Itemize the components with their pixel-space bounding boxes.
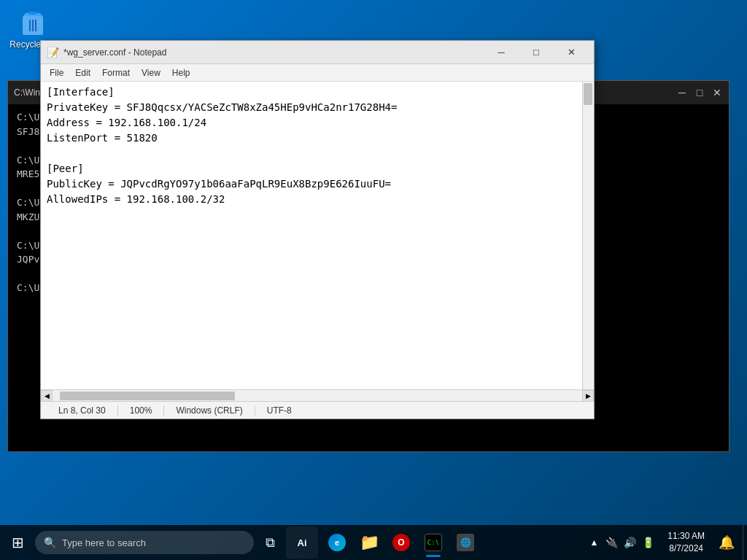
clock-date: 8/7/2024 [669,542,703,555]
ai-badge-label: Ai [298,537,307,548]
notification-icon: 🔔 [719,534,735,551]
notepad-main-area: [Interface] PrivateKey = SFJ8Qqcsx/YACSe… [41,82,594,389]
notepad-titlebar: 📝 *wg_server.conf - Notepad ─ □ ✕ [41,41,594,64]
notepad-hscroll-right-arrow[interactable]: ▶ [582,390,594,402]
taskbar-opera-app[interactable]: O [385,526,417,559]
network-status-icon[interactable]: 🔌 [604,537,619,548]
notepad-statusbar: Ln 8, Col 30 100% Windows (CRLF) UTF-8 [41,401,594,419]
notepad-hscroll-thumb[interactable] [60,392,235,400]
menu-format[interactable]: Format [96,66,136,79]
edge-icon: e [328,534,346,551]
search-placeholder-text: Type here to search [62,537,146,548]
opera-icon: O [392,534,410,551]
systray-expand-button[interactable]: ▲ [587,537,601,548]
battery-icon[interactable]: 🔋 [640,537,656,548]
notepad-window: 📝 *wg_server.conf - Notepad ─ □ ✕ File E… [40,40,595,419]
taskbar: ⊞ 🔍 Type here to search ⧉ Ai e 📁 [0,525,747,560]
notepad-maximize-button[interactable]: □ [519,41,553,64]
statusbar-zoom: 100% [118,405,165,416]
terminal-minimize-button[interactable]: ─ [676,87,688,98]
notification-center-button[interactable]: 🔔 [711,525,743,560]
taskbar-explorer-app[interactable]: 📁 [353,526,385,559]
network-icon: 🌐 [457,534,474,551]
notepad-scroll-thumb[interactable] [584,83,592,105]
notepad-minimize-button[interactable]: ─ [484,41,518,64]
notepad-editor[interactable]: [Interface] PrivateKey = SFJ8Qqcsx/YACSe… [41,82,594,389]
terminal-controls: ─ □ ✕ [676,87,723,98]
taskbar-edge-app[interactable]: e [321,526,353,559]
statusbar-position: Ln 8, Col 30 [47,405,118,416]
taskbar-systray: ▲ 🔌 🔊 🔋 [581,537,662,548]
menu-edit[interactable]: Edit [69,66,96,79]
svg-rect-2 [28,12,37,15]
notepad-close-button[interactable]: ✕ [554,41,588,64]
terminal-maximize-button[interactable]: □ [694,87,705,98]
notepad-text-content: [Interface] PrivateKey = SFJ8Qqcsx/YACSe… [47,85,588,207]
task-view-button[interactable]: ⧉ [254,525,286,560]
taskbar-clock[interactable]: 11:30 AM 8/7/2024 [662,530,711,555]
recycle-bin-image [18,7,47,36]
notepad-title-text: *wg_server.conf - Notepad [63,47,166,58]
statusbar-line-ending: Windows (CRLF) [164,405,255,416]
ai-badge-button[interactable]: Ai [286,526,318,559]
notepad-hscroll-left-arrow[interactable]: ◀ [41,390,53,402]
notepad-menubar: File Edit Format View Help [41,64,594,82]
windows-logo-icon: ⊞ [12,534,24,551]
menu-file[interactable]: File [44,66,69,79]
notepad-controls: ─ □ ✕ [484,41,588,64]
notepad-title-area: 📝 *wg_server.conf - Notepad [47,47,166,58]
taskbar-terminal-app[interactable]: C:\ [417,526,449,559]
clock-time: 11:30 AM [667,530,705,542]
folder-icon: 📁 [360,533,379,552]
statusbar-encoding: UTF-8 [255,405,303,416]
terminal-icon: C:\ [425,534,442,551]
taskbar-search-bar[interactable]: 🔍 Type here to search [35,531,254,554]
notepad-hscroll-track [53,390,582,401]
menu-view[interactable]: View [136,66,166,79]
show-desktop-button[interactable] [743,525,747,560]
task-view-icon: ⧉ [266,535,275,551]
notepad-vertical-scrollbar[interactable] [582,82,594,389]
search-icon: 🔍 [44,537,56,548]
terminal-close-button[interactable]: ✕ [711,87,723,98]
notepad-horizontal-scrollbar[interactable]: ◀ ▶ [41,389,594,401]
desktop: Recycle Bin C:\Windows\System32\cmd.exe … [0,0,747,560]
taskbar-apps-area: e 📁 O C:\ 🌐 [318,526,581,559]
volume-icon[interactable]: 🔊 [622,537,638,548]
start-button[interactable]: ⊞ [0,525,35,560]
notepad-app-icon: 📝 [47,47,59,58]
taskbar-network-app[interactable]: 🌐 [449,526,481,559]
menu-help[interactable]: Help [166,66,196,79]
